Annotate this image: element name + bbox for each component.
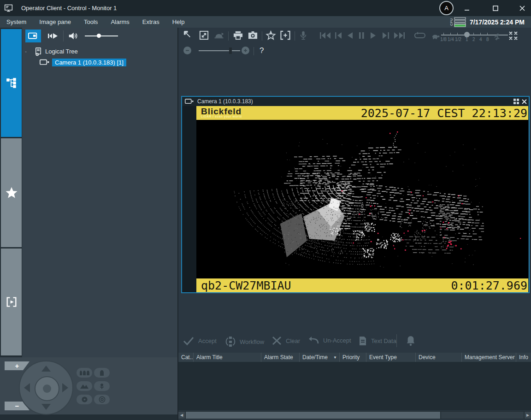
horizontal-scrollbar[interactable]: ◀ ▶ <box>178 411 531 419</box>
overlay-device-id: qb2-CW27MBIAU <box>201 279 291 292</box>
col-priority[interactable]: Priority <box>340 353 366 362</box>
col-info[interactable]: Info <box>516 353 531 362</box>
speed-tick <box>450 33 451 35</box>
microphone-icon <box>298 30 308 41</box>
scrollbar-track[interactable] <box>441 412 524 419</box>
add-favorite-star-icon[interactable] <box>265 30 277 41</box>
ptz-iris-close-button[interactable] <box>77 395 92 404</box>
ptz-right-arrow[interactable] <box>62 383 68 392</box>
speed-label-quarter: 1/4 <box>448 37 454 42</box>
volume-slider-knob[interactable] <box>97 34 101 38</box>
app-monitor-icon <box>4 3 13 13</box>
print-icon[interactable] <box>232 30 244 41</box>
speaker-icon[interactable] <box>67 31 78 41</box>
col-datetime[interactable]: Date/Time ▼ <box>300 353 340 362</box>
step-backward-icon <box>335 32 342 39</box>
tree-camera-row[interactable]: Camera 1 (10.0.3.183) [1] <box>25 58 172 67</box>
show-image-pane-button[interactable] <box>25 30 41 42</box>
pane-close-icon[interactable] <box>522 99 527 104</box>
scroll-left-arrow[interactable]: ◀ <box>178 412 185 419</box>
status-datetime: 7/17/2025 2:24 PM <box>470 18 525 26</box>
minimize-button[interactable] <box>460 3 474 14</box>
clear-x-icon <box>272 336 282 345</box>
camera-node-icon <box>40 59 50 66</box>
tree-root-row[interactable]: - Logical Tree <box>25 47 172 56</box>
ptz-focus-near-button[interactable] <box>94 381 110 391</box>
clear-alarm-button: Clear <box>272 336 300 345</box>
ptz-joystick[interactable] <box>19 361 73 415</box>
play-icon <box>370 32 377 39</box>
unaccept-alarm-button: Un-Accept <box>307 336 351 345</box>
overlay-elapsed-time: 0:01:27.969 <box>451 279 527 292</box>
volume-slider[interactable] <box>85 35 118 36</box>
scrollbar-thumb[interactable] <box>186 412 440 419</box>
slow-speed-turtle-icon <box>431 34 440 39</box>
ptz-down-arrow[interactable] <box>41 404 51 410</box>
zoom-out-button <box>183 47 191 54</box>
undo-arrow-icon <box>307 336 319 345</box>
pane-zoom-slider-knob[interactable] <box>229 47 232 54</box>
close-all-panes-icon[interactable] <box>508 31 519 41</box>
ptz-zoom-wide-button[interactable] <box>77 368 92 378</box>
loop-playback-icon <box>413 31 426 40</box>
sidebar-tab-logical-tree[interactable] <box>1 29 22 137</box>
speed-tick <box>457 33 458 35</box>
panel-splitter[interactable] <box>177 28 178 420</box>
menu-system[interactable]: System <box>0 16 33 28</box>
col-alarm-state[interactable]: Alarm State <box>261 353 300 362</box>
alarm-toolbar: Accept Workflow Clear Un-Accept Text Dat… <box>178 330 531 353</box>
ptz-iris-open-button[interactable] <box>94 395 110 404</box>
instant-playback-icon[interactable] <box>47 32 59 40</box>
tree-camera-label[interactable]: Camera 1 (10.0.3.183) [1] <box>52 59 126 66</box>
overlay-timestamp: 2025-07-17 CEST 22:13:29 <box>361 106 527 120</box>
alarm-table-header: Cat.. Alarm Title Alarm State Date/Time … <box>178 353 531 362</box>
col-event-type[interactable]: Event Type <box>366 353 416 362</box>
speed-label-eighth: 1/8 <box>440 37 447 42</box>
tree-toolbar <box>22 28 177 44</box>
ptz-control-panel: + − <box>0 357 177 414</box>
add-bookmark-icon[interactable] <box>279 30 291 41</box>
close-button[interactable] <box>515 3 529 14</box>
divider <box>295 31 295 41</box>
alarm-table-body[interactable] <box>178 362 531 410</box>
sort-desc-icon: ▼ <box>333 355 337 360</box>
tree-root-label[interactable]: Logical Tree <box>45 48 78 55</box>
menu-alarms[interactable]: Alarms <box>104 16 136 28</box>
restore-pane-layout-icon[interactable] <box>183 30 194 41</box>
col-alarm-title[interactable]: Alarm Title <box>194 353 261 362</box>
col-device[interactable]: Device <box>416 353 462 362</box>
scroll-right-arrow[interactable]: ▶ <box>525 412 531 419</box>
user-avatar[interactable]: A <box>439 1 454 15</box>
sidebar-tab-bookmarks[interactable] <box>1 248 22 355</box>
menu-image-pane[interactable]: Image pane <box>33 16 77 28</box>
col-management-server[interactable]: Management Server <box>462 353 516 362</box>
pane-zoom-slider[interactable] <box>199 50 240 51</box>
ptz-up-arrow[interactable] <box>41 366 51 372</box>
window-title: Operator Client - Control - Monitor 1 <box>21 5 117 12</box>
ptz-joystick-center[interactable] <box>35 376 59 401</box>
menu-tools[interactable]: Tools <box>77 16 104 28</box>
sidebar-tab-favorites[interactable] <box>1 138 22 247</box>
menu-help[interactable]: Help <box>166 16 191 28</box>
play-backward-icon <box>347 32 353 39</box>
snapshot-camera-icon[interactable] <box>247 30 259 41</box>
speed-label-two: 2 <box>472 37 475 42</box>
zoom-toolbar: ? <box>178 44 531 58</box>
camera-image-pane[interactable]: Camera 1 (10.0.3.183) Blickfeld LiDAR / … <box>181 96 530 293</box>
logical-tree-icon <box>34 47 42 56</box>
maximize-button[interactable] <box>489 3 502 14</box>
tree-expander[interactable]: - <box>25 48 30 55</box>
ptz-focus-far-button[interactable] <box>77 381 92 391</box>
col-category[interactable]: Cat.. <box>178 353 194 362</box>
maximize-pane-icon[interactable] <box>199 30 209 41</box>
ptz-joystick-dot <box>43 385 51 393</box>
image-pane-header[interactable]: Camera 1 (10.0.3.183) <box>182 97 529 106</box>
help-button[interactable]: ? <box>260 46 264 55</box>
ptz-zoom-tele-button[interactable] <box>94 368 110 378</box>
accept-check-icon <box>183 336 194 345</box>
pane-grid-icon[interactable] <box>513 99 519 104</box>
menu-extras[interactable]: Extras <box>136 16 166 28</box>
ptz-left-arrow[interactable] <box>24 383 30 392</box>
cpu-meter-label: CPU <box>449 18 453 25</box>
pane-camera-icon <box>185 99 194 105</box>
